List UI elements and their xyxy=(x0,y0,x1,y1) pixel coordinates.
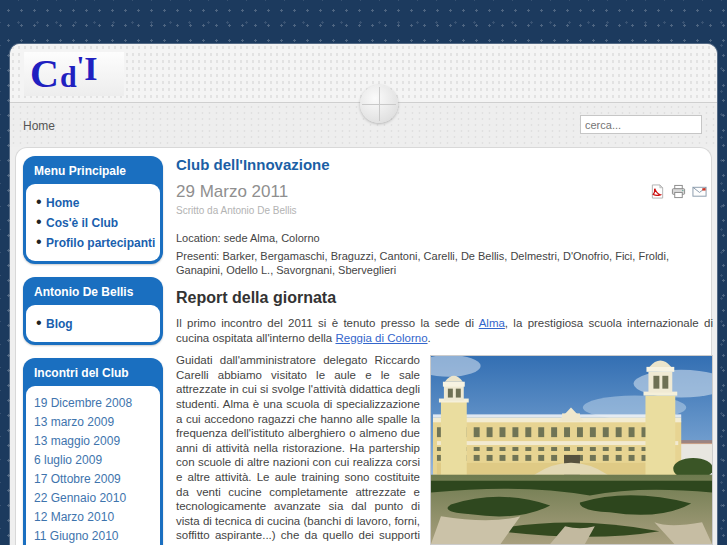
article-meta: Location: sede Alma, Colorno Presenti: B… xyxy=(176,231,713,277)
paragraph-1-text: Il primo incontro del 2011 si è tenuto p… xyxy=(176,317,479,329)
pdf-icon[interactable] xyxy=(650,184,665,199)
sidebar-box-body: Blog xyxy=(26,305,160,342)
sidebar-item-cose-il-club[interactable]: Cos'è il Club xyxy=(34,213,156,231)
article-action-icons xyxy=(650,184,707,199)
sidebar-item-blog[interactable]: Blog xyxy=(34,314,156,332)
list-item[interactable]: 12 Marzo 2010 xyxy=(34,507,156,526)
article-byline: Scritto da Antonio De Bellis xyxy=(176,205,713,216)
article-date-title: 29 Marzo 2011 xyxy=(176,182,713,202)
page-title[interactable]: Club dell'Innovazione xyxy=(176,156,713,173)
article-presenti: Presenti: Barker, Bergamaschi, Braguzzi,… xyxy=(176,249,713,277)
sidebar-link-cose-il-club[interactable]: Cos'è il Club xyxy=(46,216,118,230)
list-item[interactable]: 6 luglio 2009 xyxy=(34,450,156,469)
sidebar-link-home[interactable]: Home xyxy=(46,196,79,210)
incontro-link[interactable]: 11 Giugno 2010 xyxy=(34,529,119,543)
sidebar-title-antonio-de-bellis: Antonio De Bellis xyxy=(26,280,160,305)
incontro-link[interactable]: 22 Gennaio 2010 xyxy=(34,491,126,505)
page-container: Cd'I Home Menu Principale Home Cos'è il … xyxy=(10,44,717,545)
incontro-link[interactable]: 19 Dicembre 2008 xyxy=(34,396,132,410)
incontro-link[interactable]: 12 Marzo 2010 xyxy=(34,510,114,524)
sidebar-box-body: 19 Dicembre 2008 13 marzo 2009 13 maggio… xyxy=(26,386,160,545)
paragraph-1: Il primo incontro del 2011 si è tenuto p… xyxy=(176,316,713,345)
list-item[interactable]: 11 Giugno 2010 xyxy=(34,526,156,545)
sidebar-link-profilo-partecipanti[interactable]: Profilo partecipanti xyxy=(46,236,155,250)
email-icon[interactable] xyxy=(692,184,707,199)
page-background: Cd'I Home Menu Principale Home Cos'è il … xyxy=(0,0,727,545)
incontro-link[interactable]: 13 marzo 2009 xyxy=(34,415,114,429)
site-logo[interactable]: Cd'I xyxy=(24,52,124,96)
article-main: Club dell'Innovazione 29 Marzo 2011 Scri… xyxy=(176,152,713,545)
content-wrapper: Menu Principale Home Cos'è il Club Profi… xyxy=(15,147,712,545)
logo-letter-d: d xyxy=(60,62,77,96)
logo-letter-i: I xyxy=(84,52,97,86)
alma-link[interactable]: Alma xyxy=(479,317,505,329)
list-item[interactable]: 19 Dicembre 2008 xyxy=(34,393,156,412)
logo-letter-c: C xyxy=(30,54,59,94)
incontro-link[interactable]: 6 luglio 2009 xyxy=(34,453,102,467)
sidebar-box-body: Home Cos'è il Club Profilo partecipanti xyxy=(26,184,160,261)
reggia-di-colorno-link[interactable]: Reggia di Colorno xyxy=(335,332,427,344)
sidebar-item-home[interactable]: Home xyxy=(34,193,156,211)
reggia-di-colorno-photo xyxy=(430,355,713,545)
breadcrumb-home-link[interactable]: Home xyxy=(23,119,55,133)
incontro-link[interactable]: 13 maggio 2009 xyxy=(34,434,120,448)
article-location: Location: sede Alma, Colorno xyxy=(176,231,713,245)
incontro-link[interactable]: 17 Ottobre 2009 xyxy=(34,472,121,486)
list-item[interactable]: 22 Gennaio 2010 xyxy=(34,488,156,507)
article-header: 29 Marzo 2011 Scritto da Antonio De Bell… xyxy=(176,182,713,216)
sidebar-item-profilo-partecipanti[interactable]: Profilo partecipanti xyxy=(34,233,156,251)
list-item[interactable]: 13 marzo 2009 xyxy=(34,412,156,431)
antonio-list: Blog xyxy=(34,314,156,332)
sidebar-title-menu-principale: Menu Principale xyxy=(26,159,160,184)
list-item[interactable]: 13 maggio 2009 xyxy=(34,431,156,450)
divider-circle-ornament xyxy=(360,85,398,123)
list-item[interactable]: 17 Ottobre 2009 xyxy=(34,469,156,488)
logo-apostrophe: ' xyxy=(77,52,85,80)
report-heading: Report della giornata xyxy=(176,289,713,307)
sidebar-box-antonio-de-bellis: Antonio De Bellis Blog xyxy=(23,277,163,345)
menu-principale-list: Home Cos'è il Club Profilo partecipanti xyxy=(34,193,156,251)
sidebar-box-menu-principale: Menu Principale Home Cos'è il Club Profi… xyxy=(23,156,163,264)
sidebar-title-incontri-del-club: Incontri del Club xyxy=(26,361,160,386)
search-input[interactable] xyxy=(580,115,702,134)
sidebar-link-blog[interactable]: Blog xyxy=(46,317,73,331)
paragraph-1-text: . xyxy=(428,332,431,344)
sidebar: Menu Principale Home Cos'è il Club Profi… xyxy=(23,156,163,545)
palace-illustration xyxy=(431,356,712,544)
article-body: Il primo incontro del 2011 si è tenuto p… xyxy=(176,316,713,545)
incontri-list: 19 Dicembre 2008 13 marzo 2009 13 maggio… xyxy=(34,393,156,545)
print-icon[interactable] xyxy=(671,184,686,199)
sidebar-box-incontri-del-club: Incontri del Club 19 Dicembre 2008 13 ma… xyxy=(23,358,163,545)
